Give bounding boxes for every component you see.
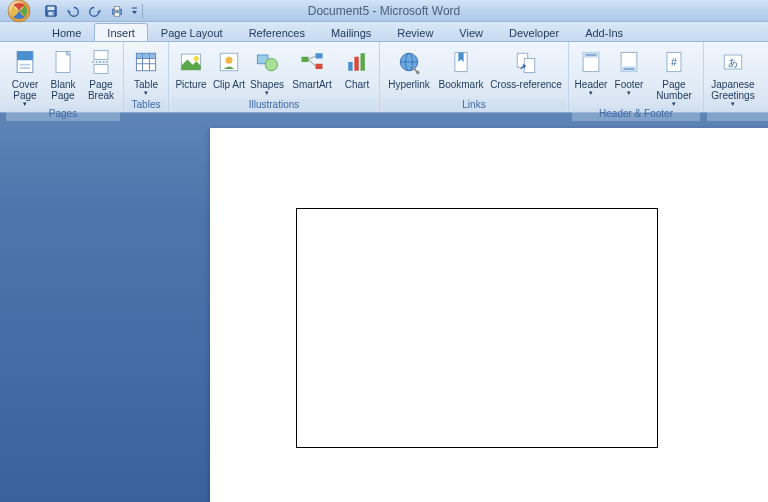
- svg-rect-31: [316, 64, 323, 69]
- svg-rect-35: [354, 57, 358, 71]
- qat-dropdown[interactable]: [130, 6, 138, 16]
- page-number-icon: #: [658, 46, 690, 78]
- ribbon: Cover Page ▾ Blank Page Page Break Pages…: [0, 42, 768, 113]
- chart-button[interactable]: Chart: [338, 44, 376, 99]
- svg-rect-29: [302, 57, 309, 62]
- document-workspace: [0, 113, 768, 502]
- clipart-button[interactable]: Clip Art: [210, 44, 248, 99]
- svg-rect-14: [94, 51, 108, 60]
- header-icon: [575, 46, 607, 78]
- bookmark-button[interactable]: Bookmark: [435, 44, 487, 99]
- dropdown-arrow-icon: ▾: [672, 100, 676, 108]
- smartart-label: SmartArt: [292, 79, 331, 90]
- dropdown-arrow-icon: ▾: [627, 89, 631, 97]
- group-links-label: Links: [383, 99, 565, 112]
- tab-home[interactable]: Home: [39, 23, 94, 41]
- header-button[interactable]: Header ▾: [572, 44, 610, 108]
- dropdown-arrow-icon: ▾: [589, 89, 593, 97]
- bookmark-icon: [445, 46, 477, 78]
- textbox-icon: A: [762, 46, 768, 78]
- tab-addins[interactable]: Add-Ins: [572, 23, 636, 41]
- svg-rect-3: [48, 11, 53, 15]
- textbox-label: Text Box: [759, 79, 768, 101]
- group-text: あ Japanese Greetings ▾ A Text Box ▾ Quic…: [704, 42, 768, 112]
- hyperlink-label: Hyperlink: [388, 79, 430, 90]
- tab-references[interactable]: References: [236, 23, 318, 41]
- svg-rect-36: [361, 53, 365, 71]
- save-button[interactable]: [42, 3, 60, 19]
- shapes-icon: [251, 46, 283, 78]
- textbox-button[interactable]: A Text Box ▾: [759, 44, 768, 108]
- smartart-icon: [296, 46, 328, 78]
- crossref-button[interactable]: Cross-reference: [487, 44, 565, 99]
- group-illustrations-label: Illustrations: [172, 99, 376, 112]
- tab-page-layout[interactable]: Page Layout: [148, 23, 236, 41]
- tab-mailings[interactable]: Mailings: [318, 23, 384, 41]
- crossref-icon: [510, 46, 542, 78]
- group-header-footer: Header ▾ Footer ▾ # Page Number ▾ Header…: [569, 42, 704, 112]
- svg-point-28: [265, 59, 277, 71]
- svg-rect-4: [52, 12, 53, 14]
- svg-point-26: [226, 57, 233, 64]
- blank-page-button[interactable]: Blank Page: [44, 44, 82, 108]
- chart-label: Chart: [345, 79, 369, 90]
- crossref-label: Cross-reference: [490, 79, 562, 90]
- hyperlink-icon: [393, 46, 425, 78]
- page-number-label: Page Number: [648, 79, 700, 101]
- page-number-button[interactable]: # Page Number ▾: [648, 44, 700, 108]
- hyperlink-button[interactable]: Hyperlink: [383, 44, 435, 99]
- svg-rect-11: [20, 64, 31, 66]
- japanese-greetings-button[interactable]: あ Japanese Greetings ▾: [707, 44, 759, 108]
- shapes-button[interactable]: Shapes ▾: [248, 44, 286, 99]
- tab-insert[interactable]: Insert: [94, 23, 148, 41]
- titlebar: Document5 - Microsoft Word: [0, 0, 768, 22]
- smartart-button[interactable]: SmartArt: [286, 44, 338, 99]
- japanese-greetings-label: Japanese Greetings: [707, 79, 759, 101]
- footer-button[interactable]: Footer ▾: [610, 44, 648, 108]
- svg-rect-2: [48, 6, 55, 10]
- document-page[interactable]: [210, 128, 768, 502]
- tab-review[interactable]: Review: [384, 23, 446, 41]
- blank-page-label: Blank Page: [44, 79, 82, 101]
- picture-button[interactable]: Picture: [172, 44, 210, 99]
- page-break-label: Page Break: [82, 79, 120, 101]
- cover-page-button[interactable]: Cover Page ▾: [6, 44, 44, 108]
- picture-label: Picture: [175, 79, 206, 90]
- bookmark-label: Bookmark: [438, 79, 483, 90]
- page-break-button[interactable]: Page Break: [82, 44, 120, 108]
- clipart-label: Clip Art: [213, 79, 245, 90]
- tab-view[interactable]: View: [446, 23, 496, 41]
- group-tables: Table ▾ Tables: [124, 42, 169, 112]
- svg-rect-30: [316, 53, 323, 58]
- window-title: Document5 - Microsoft Word: [308, 4, 461, 18]
- picture-icon: [175, 46, 207, 78]
- quick-access-toolbar: [42, 3, 143, 19]
- svg-rect-34: [348, 62, 352, 71]
- footer-icon: [613, 46, 645, 78]
- svg-text:あ: あ: [728, 57, 738, 68]
- svg-rect-15: [94, 65, 108, 74]
- inserted-shape-rectangle[interactable]: [296, 208, 658, 448]
- svg-rect-10: [17, 52, 33, 61]
- table-icon: [130, 46, 162, 78]
- group-illustrations: Picture Clip Art Shapes ▾ SmartArt Chart…: [169, 42, 380, 112]
- tab-developer[interactable]: Developer: [496, 23, 572, 41]
- svg-text:#: #: [671, 56, 677, 68]
- blank-page-icon: [47, 46, 79, 78]
- clipart-icon: [213, 46, 245, 78]
- chart-icon: [341, 46, 373, 78]
- ribbon-tabs: Home Insert Page Layout References Maili…: [0, 22, 768, 42]
- redo-button[interactable]: [86, 3, 104, 19]
- table-button[interactable]: Table ▾: [127, 44, 165, 99]
- qat-separator: [142, 4, 143, 18]
- dropdown-arrow-icon: ▾: [144, 89, 148, 97]
- svg-rect-6: [114, 6, 119, 10]
- svg-point-40: [416, 71, 420, 75]
- print-preview-button[interactable]: [108, 3, 126, 19]
- svg-line-33: [309, 59, 316, 66]
- japanese-greetings-icon: あ: [717, 46, 749, 78]
- cover-page-icon: [9, 46, 41, 78]
- undo-button[interactable]: [64, 3, 82, 19]
- svg-rect-7: [114, 12, 119, 16]
- office-button[interactable]: [2, 0, 36, 22]
